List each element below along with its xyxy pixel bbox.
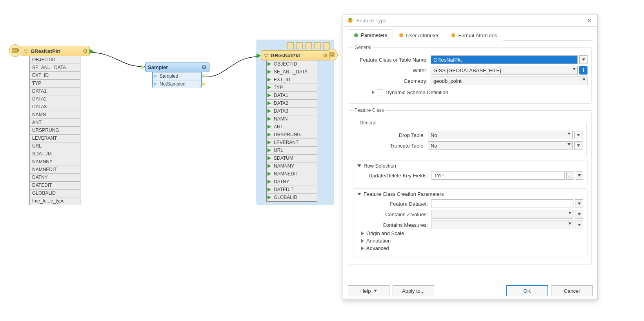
attr-item: DATA3	[30, 103, 80, 111]
contains-m-menu-button[interactable]	[575, 221, 583, 229]
attr-item: SDATUM	[30, 150, 80, 158]
dialog-footer: Help Apply to... OK Cancel	[343, 282, 597, 299]
advanced-expander[interactable]: Advanced	[361, 245, 583, 251]
feature-type-dialog: Feature Type ✕ Parameters User Attribute…	[343, 14, 598, 300]
toolbar-icon[interactable]	[314, 42, 321, 49]
svg-rect-7	[349, 18, 351, 20]
tab-format-attributes[interactable]: Format Attributes	[445, 29, 503, 41]
transformer-sampler[interactable]: Sampler Sampled NotSampled	[145, 62, 209, 88]
drop-table-combo[interactable]: No	[428, 131, 573, 139]
attr-item: NAMN	[30, 111, 80, 119]
fc-general-legend: General	[358, 120, 378, 126]
dynamic-schema-expander[interactable]: Dynamic Schema Definition	[372, 89, 448, 95]
key-fields-browse-button[interactable]: …	[566, 171, 574, 180]
reader-header[interactable]: ▽ GResNatPkt	[21, 46, 90, 56]
contains-z-label: Contains Z Values:	[357, 212, 431, 217]
feature-dataset-input[interactable]	[431, 199, 573, 208]
attr-item: DATA1	[30, 87, 80, 95]
reader-output-port[interactable]	[89, 49, 94, 54]
dialog-titlebar[interactable]: Feature Type ✕	[343, 15, 597, 27]
reader-title: GResNatPkt	[29, 48, 62, 54]
tab-label: User Attributes	[406, 33, 439, 38]
button-label: OK	[524, 288, 531, 294]
svg-point-8	[354, 33, 358, 37]
annotation-label: Annotation	[366, 238, 391, 244]
writer-header[interactable]: ▽ GResNatPkt	[261, 50, 330, 60]
fc-name-input[interactable]	[431, 55, 578, 64]
combo-value: GISS [GEODATABASE_FILE]	[433, 67, 501, 73]
transformer-header[interactable]: Sampler	[145, 62, 209, 72]
key-fields-menu-button[interactable]	[576, 171, 583, 180]
attr-item: NAMNEDIT	[30, 166, 80, 173]
transformer-input-port[interactable]	[141, 65, 145, 69]
attr-item: GLOBALID	[267, 193, 317, 201]
tab-parameters[interactable]: Parameters	[348, 29, 393, 41]
attr-item: SE_AN..._DATA	[30, 64, 80, 71]
help-button[interactable]: Help	[348, 285, 389, 296]
writer-feature-type[interactable]: ▽ GResNatPkt OBJECTID SE_AN..._DATA EXT_…	[261, 50, 330, 202]
attr-item: NAMN	[267, 115, 317, 123]
toolbar-icon[interactable]	[305, 42, 312, 49]
attr-item: TYP	[30, 79, 80, 87]
port-notsampled[interactable]: NotSampled	[153, 80, 201, 88]
truncate-table-menu-button[interactable]	[574, 141, 582, 150]
attr-item: URSPRUNG	[30, 126, 80, 134]
fc-creation-label: Feature Class Creation Parameters	[364, 191, 444, 197]
collapse-icon[interactable]: ▽	[24, 48, 28, 54]
drop-table-menu-button[interactable]	[574, 131, 582, 139]
chevron-down-icon	[568, 143, 571, 146]
info-button[interactable]: i	[579, 66, 588, 75]
toolbar-icon[interactable]	[323, 42, 330, 49]
row-selection-expander[interactable]: Row Selection	[357, 163, 583, 169]
gear-icon[interactable]	[202, 64, 207, 70]
transformer-title: Sampler	[148, 64, 168, 70]
collapse-icon[interactable]: ▽	[264, 53, 268, 58]
attr-item: DATEDIT	[30, 181, 80, 189]
annotation-expander[interactable]: Annotation	[361, 238, 583, 244]
fc-creation-expander[interactable]: Feature Class Creation Parameters	[357, 191, 583, 197]
chevron-down-icon	[357, 164, 361, 167]
writer-feature-type-wrap[interactable]: ▽ GResNatPkt OBJECTID SE_AN..._DATA EXT_…	[257, 40, 334, 205]
attr-item: SE_AN..._DATA	[267, 68, 317, 76]
geometry-combo[interactable]: geodb_point	[431, 77, 588, 85]
contains-z-menu-button[interactable]	[575, 210, 583, 219]
feature-dataset-label: Feature Dataset:	[357, 201, 431, 207]
key-fields-input[interactable]	[431, 171, 565, 180]
toolbar-icon[interactable]	[296, 42, 303, 49]
key-fields-label: Update/Delete Key Fields:	[357, 173, 431, 179]
port-sampled[interactable]: Sampled	[153, 72, 201, 80]
attr-item: fme_fe...e_type	[30, 197, 80, 205]
tab-user-attributes[interactable]: User Attributes	[393, 29, 445, 41]
attr-item: EXT_ID	[30, 71, 80, 79]
reader-feature-type[interactable]: ▽ GResNatPkt OBJECTID SE_AN..._DATA EXT_…	[11, 46, 90, 205]
attr-item: URL	[267, 146, 317, 154]
fc-name-menu-button[interactable]	[579, 55, 588, 64]
gear-orange-icon	[399, 33, 404, 38]
writer-input-port[interactable]	[257, 53, 261, 58]
attr-item: NAMNNY	[267, 162, 317, 170]
close-icon[interactable]: ✕	[585, 17, 593, 24]
svg-rect-1	[13, 50, 18, 51]
button-label: Help	[360, 288, 371, 294]
origin-scale-expander[interactable]: Origin and Scale	[361, 230, 583, 236]
ok-button[interactable]: OK	[506, 285, 548, 296]
fc-creation-section: Feature Class Creation Parameters Featur…	[353, 188, 588, 257]
tab-label: Parameters	[361, 32, 387, 38]
dynamic-schema-checkbox[interactable]	[377, 89, 383, 95]
truncate-table-combo[interactable]: No	[428, 141, 573, 150]
chevron-right-icon	[361, 232, 364, 235]
contains-m-combo[interactable]	[431, 221, 573, 229]
attr-item: OBJECTID	[267, 60, 317, 68]
writer-combo[interactable]: GISS [GEODATABASE_FILE]	[431, 66, 578, 75]
fc-name-label: Feature Class or Table Name:	[353, 57, 431, 63]
feature-dataset-menu-button[interactable]	[575, 199, 583, 208]
gear-icon[interactable]	[323, 52, 328, 58]
attr-item: ANT	[267, 123, 317, 131]
cancel-button[interactable]: Cancel	[551, 285, 593, 296]
contains-z-combo[interactable]	[431, 210, 573, 219]
attr-item: DATEDIT	[267, 186, 317, 193]
gear-icon[interactable]	[83, 48, 88, 54]
apply-to-button[interactable]: Apply to...	[393, 285, 434, 296]
toolbar-icon[interactable]	[287, 42, 294, 49]
writer-title: GResNatPkt	[269, 53, 302, 58]
